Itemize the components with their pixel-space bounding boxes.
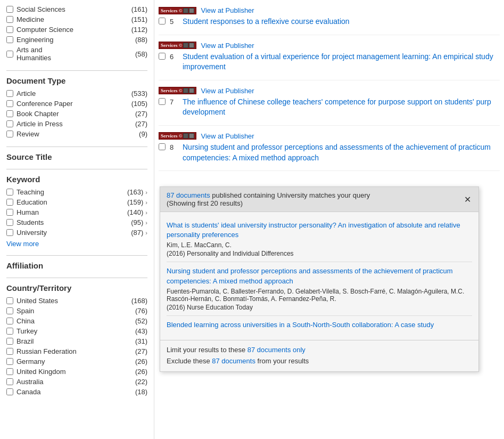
checkbox-spain[interactable] (6, 307, 13, 314)
filter-label: University (16, 229, 129, 237)
subject-area-section: Social Sciences (161) Medicine (151) Com… (6, 4, 147, 63)
checkbox-teaching[interactable] (6, 189, 13, 196)
result-checkbox-8[interactable] (159, 143, 166, 150)
result-checkbox-7[interactable] (159, 98, 166, 105)
filter-teaching[interactable]: Teaching (163) › (6, 187, 147, 197)
service-icon (189, 88, 194, 93)
result-title-7[interactable]: The influence of Chinese college teacher… (183, 97, 500, 118)
filter-count: (161) (131, 5, 147, 13)
services-badge-7[interactable]: Services © (159, 87, 196, 94)
result-item-5: Services © View at Publisher 5 Student r… (159, 0, 500, 35)
checkbox-turkey[interactable] (6, 328, 13, 335)
filter-united-states[interactable]: United States (168) (6, 296, 147, 306)
checkbox-medicine[interactable] (6, 16, 13, 23)
services-badge-text: Services © (161, 43, 182, 48)
filter-label: Article in Press (16, 120, 133, 128)
result-checkbox-6[interactable] (159, 53, 166, 60)
popup-footer: Limit your results to these 87 documents… (160, 340, 478, 371)
filter-australia[interactable]: Australia (22) (6, 377, 147, 387)
filter-canada[interactable]: Canada (18) (6, 387, 147, 397)
filter-human[interactable]: Human (140) › (6, 207, 147, 217)
checkbox-review[interactable] (6, 131, 13, 137)
result-header-7: 7 The influence of Chinese college teach… (159, 97, 500, 118)
filter-germany[interactable]: Germany (26) (6, 356, 147, 367)
checkbox-engineering[interactable] (6, 36, 13, 43)
checkbox-university[interactable] (6, 229, 13, 236)
checkbox-students[interactable] (6, 219, 13, 226)
checkbox-computer-science[interactable] (6, 26, 13, 33)
checkbox-australia[interactable] (6, 378, 13, 385)
result-title-6[interactable]: Student evaluation of a virtual experien… (183, 52, 500, 72)
filter-brazil[interactable]: Brazil (31) (6, 336, 147, 346)
chevron-right-icon: › (145, 230, 147, 236)
filter-review[interactable]: Review (9) (6, 129, 147, 139)
checkbox-article[interactable] (6, 90, 13, 97)
services-badge-8[interactable]: Services © (159, 132, 196, 140)
filter-label: Germany (16, 357, 133, 365)
view-at-publisher-link-8[interactable]: View at Publisher (201, 132, 254, 140)
checkbox-china[interactable] (6, 318, 13, 324)
checkbox-canada[interactable] (6, 388, 13, 395)
result-title-8[interactable]: Nursing student and professor perception… (183, 142, 500, 163)
checkbox-united-kingdom[interactable] (6, 368, 13, 375)
services-badge-5[interactable]: Services © (159, 7, 196, 14)
result-checkbox-5[interactable] (159, 18, 166, 25)
checkbox-social-sciences[interactable] (6, 6, 13, 13)
filter-label: United Kingdom (16, 368, 133, 376)
checkbox-conference-paper[interactable] (6, 100, 13, 107)
filter-count: (533) (131, 90, 147, 97)
checkbox-brazil[interactable] (6, 338, 13, 345)
filter-article-in-press[interactable]: Article in Press (27) (6, 119, 147, 129)
filter-united-kingdom[interactable]: United Kingdom (26) (6, 367, 147, 377)
checkbox-human[interactable] (6, 209, 13, 216)
filter-turkey[interactable]: Turkey (43) (6, 326, 147, 336)
chevron-right-icon: › (145, 189, 147, 196)
filter-article[interactable]: Article (533) (6, 88, 147, 99)
popup-result-title-3[interactable]: Blended learning across universities in … (167, 320, 472, 330)
popup-exclude-link[interactable]: 87 documents (212, 357, 255, 365)
view-at-publisher-link-6[interactable]: View at Publisher (201, 42, 254, 50)
filter-count: (22) (135, 378, 147, 386)
result-header-5: 5 Student responses to a reflexive cours… (159, 17, 500, 27)
filter-computer-science[interactable]: Computer Science (112) (6, 25, 147, 35)
view-at-publisher-link-7[interactable]: View at Publisher (201, 87, 254, 95)
checkbox-united-states[interactable] (6, 297, 13, 304)
filter-conference-paper[interactable]: Conference Paper (105) (6, 99, 147, 109)
popup-result-source-2: (2016) Nurse Education Today (167, 304, 472, 311)
result-item-6: Services © View at Publisher 6 Student e… (159, 35, 500, 80)
result-title-5[interactable]: Student responses to a reflexive course … (183, 17, 350, 27)
filter-medicine[interactable]: Medicine (151) (6, 14, 147, 25)
filter-book-chapter[interactable]: Book Chapter (27) (6, 109, 147, 119)
filter-china[interactable]: China (52) (6, 316, 147, 326)
popup-result-title-1[interactable]: What is students' ideal university instr… (167, 221, 472, 240)
filter-university[interactable]: University (87) › (6, 227, 147, 238)
popup-title: 87 documents published containing Univer… (167, 191, 370, 207)
filter-label: Spain (16, 307, 133, 315)
view-more-keywords[interactable]: View more (6, 240, 39, 248)
popup-result-title-2[interactable]: Nursing student and professor perception… (167, 266, 472, 286)
popup-count-link[interactable]: 87 documents (167, 191, 210, 199)
checkbox-arts-humanities[interactable] (6, 51, 13, 58)
filter-education[interactable]: Education (159) › (6, 197, 147, 207)
filter-arts-humanities[interactable]: Arts andHumanities (58) (6, 45, 147, 63)
filter-russian-federation[interactable]: Russian Federation (27) (6, 346, 147, 356)
document-type-section: Article (533) Conference Paper (105) Boo… (6, 88, 147, 139)
checkbox-germany[interactable] (6, 358, 13, 365)
checkbox-education[interactable] (6, 199, 13, 206)
services-badge-6[interactable]: Services © (159, 42, 196, 49)
popup-limit-link[interactable]: 87 documents only (247, 346, 305, 354)
view-at-publisher-link-5[interactable]: View at Publisher (201, 6, 254, 14)
keyword-section: Teaching (163) › Education (159) › Human… (6, 187, 147, 248)
filter-engineering[interactable]: Engineering (88) (6, 35, 147, 45)
filter-label: Conference Paper (16, 100, 129, 108)
checkbox-book-chapter[interactable] (6, 110, 13, 117)
filter-spain[interactable]: Spain (76) (6, 306, 147, 316)
filter-students[interactable]: Students (95) › (6, 217, 147, 227)
checkbox-russian-federation[interactable] (6, 348, 13, 355)
popup-close-button[interactable]: ✕ (463, 194, 472, 205)
service-icon (183, 133, 188, 139)
checkbox-article-in-press[interactable] (6, 120, 13, 127)
country-section-title: Country/Territory (6, 278, 147, 292)
filter-social-sciences[interactable]: Social Sciences (161) (6, 4, 147, 14)
result-number-7: 7 (170, 98, 178, 106)
